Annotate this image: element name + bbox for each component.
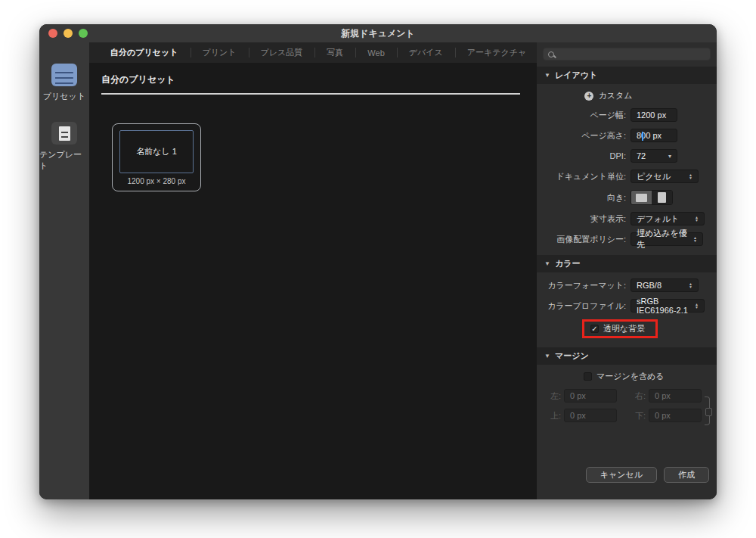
section-header-layout[interactable]: ▼ レイアウト xyxy=(537,67,717,84)
color-rows: カラーフォーマット: RGB/8 ▲▼ カラープロファイル: sRGB IEC6… xyxy=(537,272,717,346)
dropdown-arrow-icon: ▾ xyxy=(668,153,671,160)
check-icon: ✓ xyxy=(591,325,597,333)
disclosure-triangle-icon: ▼ xyxy=(544,72,550,79)
stepper-icon: ▲▼ xyxy=(689,282,692,288)
tab-print[interactable]: プリント xyxy=(191,42,249,63)
new-document-dialog: 新規ドキュメント プリセット テンプレート 自分のプリセット プリント プレス品… xyxy=(39,24,717,499)
annotation-highlight-box: ✓ 透明な背景 xyxy=(582,319,658,338)
dpi-label: DPI: xyxy=(537,151,626,160)
page-height-field[interactable]: 800 px xyxy=(631,129,677,142)
titlebar: 新規ドキュメント xyxy=(39,24,717,42)
stepper-icon: ▲▼ xyxy=(693,236,697,242)
dialog-buttons: キャンセル 作成 xyxy=(537,467,717,499)
heading-divider xyxy=(101,93,520,95)
actual-size-label: 実寸表示: xyxy=(537,213,626,225)
landscape-page-icon xyxy=(636,194,647,202)
dpi-row: DPI: 72 ▾ xyxy=(537,149,711,163)
transparent-background-row: ✓ 透明な背景 xyxy=(582,319,711,338)
settings-panel: ▼ レイアウト + カスタム ページ幅: 1200 px ページ高さ: 800 … xyxy=(537,42,717,499)
dpi-dropdown[interactable]: 72 ▾ xyxy=(631,149,677,163)
margin-bottom-field[interactable]: 0 px xyxy=(649,409,702,422)
tab-my-presets[interactable]: 自分のプリセット xyxy=(98,42,191,63)
margin-left-label: 左: xyxy=(541,390,561,402)
preset-card[interactable]: 名前なし 1 1200 px × 280 px xyxy=(112,123,201,191)
stepper-icon: ▲▼ xyxy=(695,216,699,222)
page-width-label: ページ幅: xyxy=(537,110,626,121)
window-title: 新規ドキュメント xyxy=(39,27,717,40)
search-container xyxy=(537,42,717,65)
disclosure-triangle-icon: ▼ xyxy=(544,260,550,267)
preset-dimensions: 1200 px × 280 px xyxy=(119,177,194,185)
orientation-row: 向き: xyxy=(537,190,711,205)
include-margins-checkbox[interactable] xyxy=(584,372,592,381)
custom-preset-row[interactable]: + カスタム xyxy=(537,90,680,101)
color-format-row: カラーフォーマット: RGB/8 ▲▼ xyxy=(537,278,711,292)
tab-photo[interactable]: 写真 xyxy=(314,42,355,63)
margin-left-field[interactable]: 0 px xyxy=(564,389,617,403)
preset-name: 名前なし 1 xyxy=(136,146,177,157)
include-margins-label: マージンを含める xyxy=(596,371,665,382)
page-height-value: 800 px xyxy=(637,131,662,140)
orientation-label: 向き: xyxy=(537,192,626,204)
margin-top-label: 上: xyxy=(541,410,561,421)
actual-size-dropdown[interactable]: デフォルト ▲▼ xyxy=(631,212,705,225)
document-unit-value: ピクセル xyxy=(637,171,671,182)
transparent-background-checkbox[interactable]: ✓ xyxy=(590,325,599,333)
orientation-segmented-control xyxy=(631,190,673,205)
preset-category-tabs: 自分のプリセット プリント プレス品質 写真 Web デバイス アーキテクチャ xyxy=(89,42,537,63)
image-placement-label: 画像配置ポリシー: xyxy=(537,234,626,245)
dpi-value: 72 xyxy=(637,151,646,160)
margin-bottom-label: 下: xyxy=(626,410,646,421)
page-height-row: ページ高さ: 800 px xyxy=(537,129,711,142)
document-unit-dropdown[interactable]: ピクセル ▲▼ xyxy=(631,169,699,183)
color-format-label: カラーフォーマット: xyxy=(537,280,626,291)
section-title: マージン xyxy=(555,350,589,362)
section-title: レイアウト xyxy=(555,70,597,81)
text-cursor xyxy=(642,132,643,141)
portrait-orientation-button[interactable] xyxy=(652,191,672,204)
color-profile-dropdown[interactable]: sRGB IEC61966-2.1 ▲▼ xyxy=(631,299,705,313)
plus-circle-icon: + xyxy=(584,92,593,101)
custom-label: カスタム xyxy=(598,90,632,101)
section-title: カラー xyxy=(555,258,581,269)
margin-link-bracket-icon[interactable] xyxy=(705,397,710,425)
margin-row-left-right: 左: 0 px 右: 0 px xyxy=(541,389,711,403)
close-window-icon[interactable] xyxy=(48,29,57,38)
actual-size-value: デフォルト xyxy=(637,213,679,225)
section-header-margins[interactable]: ▼ マージン xyxy=(537,347,717,365)
cancel-button[interactable]: キャンセル xyxy=(586,467,657,483)
minimize-window-icon[interactable] xyxy=(64,29,73,38)
document-unit-row: ドキュメント単位: ピクセル ▲▼ xyxy=(537,169,711,183)
presets-heading: 自分のプリセット xyxy=(101,73,522,93)
sidebar-item-label: テンプレート xyxy=(39,149,89,172)
margin-right-label: 右: xyxy=(626,390,646,402)
tab-devices[interactable]: デバイス xyxy=(397,42,455,63)
create-button[interactable]: 作成 xyxy=(664,467,709,483)
margin-right-field[interactable]: 0 px xyxy=(649,389,702,403)
page-width-row: ページ幅: 1200 px xyxy=(537,108,711,122)
page-width-field[interactable]: 1200 px xyxy=(631,108,677,122)
document-unit-label: ドキュメント単位: xyxy=(537,171,626,182)
search-input[interactable] xyxy=(543,48,711,61)
margin-top-field[interactable]: 0 px xyxy=(564,409,617,422)
landscape-orientation-button[interactable] xyxy=(631,191,652,204)
sidebar-item-label: プリセット xyxy=(43,91,85,102)
image-placement-dropdown[interactable]: 埋め込みを優先 ▲▼ xyxy=(631,232,703,246)
window-controls xyxy=(48,29,88,38)
sidebar-item-templates[interactable]: テンプレート xyxy=(39,122,89,172)
tab-press-ready[interactable]: プレス品質 xyxy=(249,42,315,63)
section-header-color[interactable]: ▼ カラー xyxy=(537,255,717,272)
tab-web[interactable]: Web xyxy=(355,42,396,63)
document-icon xyxy=(59,126,70,141)
main-column: 自分のプリセット プリント プレス品質 写真 Web デバイス アーキテクチャ … xyxy=(89,42,537,499)
zoom-window-icon[interactable] xyxy=(79,29,88,38)
color-profile-value: sRGB IEC61966-2.1 xyxy=(637,297,690,315)
transparent-background-label: 透明な背景 xyxy=(603,323,645,334)
color-format-dropdown[interactable]: RGB/8 ▲▼ xyxy=(631,278,699,292)
stepper-icon: ▲▼ xyxy=(695,303,699,309)
stepper-icon: ▲▼ xyxy=(689,173,692,179)
layout-rows: + カスタム ページ幅: 1200 px ページ高さ: 800 px DPI: xyxy=(537,84,717,253)
sidebar-item-presets[interactable]: プリセット xyxy=(43,64,85,102)
tab-architecture[interactable]: アーキテクチャ xyxy=(455,42,539,63)
color-format-value: RGB/8 xyxy=(637,281,662,290)
